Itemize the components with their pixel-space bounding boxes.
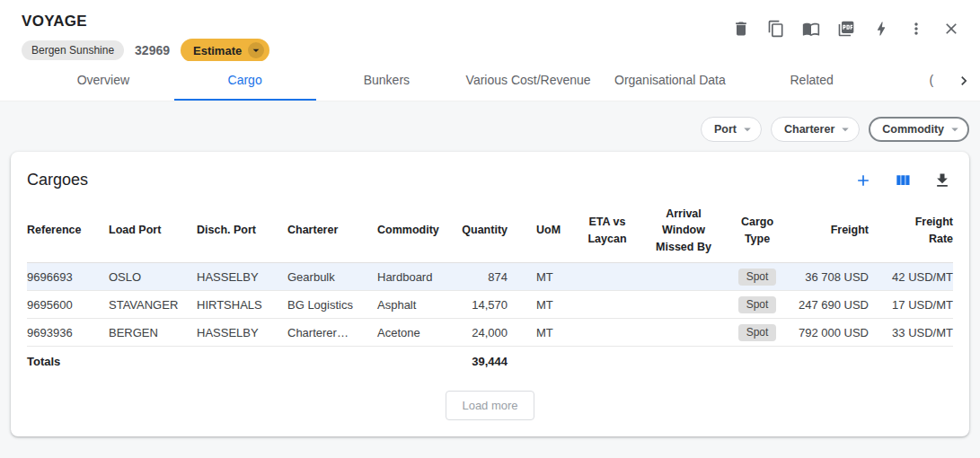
cell-cargo-type: Spot	[728, 296, 786, 313]
pdf-export-icon	[837, 20, 855, 38]
column-header-disch-port[interactable]: Disch. Port	[197, 222, 287, 238]
delete-button[interactable]	[729, 17, 752, 40]
voyage-number: 32969	[135, 43, 170, 57]
cell-charterer: Charterer…	[287, 326, 377, 339]
delete-icon	[732, 20, 750, 38]
cargo-type-badge: Spot	[738, 296, 777, 313]
cell-charterer: BG Logistics	[287, 298, 377, 312]
cell-freight: 36 708 USD	[786, 270, 869, 284]
cargo-type-badge: Spot	[738, 324, 777, 341]
cell-disch-port: HASSELBY	[197, 326, 287, 339]
filter-charterer[interactable]: Charterer	[771, 117, 860, 142]
topbar-actions	[729, 17, 962, 40]
voyage-header: VOYAGE Bergen Sunshine 32969 Estimate	[0, 0, 980, 61]
cell-commodity: Asphalt	[377, 298, 454, 312]
cargo-type-badge: Spot	[738, 269, 777, 286]
more-vertical-icon	[907, 20, 925, 38]
tab-related[interactable]: Related	[741, 61, 883, 101]
cell-quantity: 874	[454, 270, 508, 284]
table-row[interactable]: 9693936 BERGEN HASSELBY Charterer… Aceto…	[27, 319, 953, 347]
cell-reference: 9695600	[27, 298, 109, 312]
estimate-button[interactable]: Estimate	[181, 39, 269, 62]
estimate-label: Estimate	[193, 44, 242, 57]
cell-commodity: Hardboard	[377, 270, 454, 284]
cell-charterer: Gearbulk	[287, 270, 377, 284]
columns-icon	[894, 172, 912, 189]
caret-down-icon	[248, 42, 264, 58]
cell-reference: 9693936	[27, 326, 109, 339]
cell-freight-rate: 17 USD/MT	[869, 298, 953, 312]
cell-freight: 247 690 USD	[786, 298, 869, 312]
caret-down-icon	[947, 121, 963, 137]
caret-down-icon	[739, 121, 755, 137]
plus-icon	[854, 172, 872, 189]
download-icon	[933, 172, 951, 189]
add-cargo-button[interactable]	[852, 169, 874, 191]
totals-quantity: 39,444	[454, 355, 508, 368]
column-header-quantity[interactable]: Quantity	[454, 222, 508, 238]
cargoes-title: Cargoes	[27, 171, 88, 189]
column-header-freight[interactable]: Freight	[786, 222, 869, 238]
quick-actions-button[interactable]	[870, 17, 892, 40]
copy-icon	[767, 20, 785, 38]
cell-uom: MT	[508, 298, 576, 312]
cell-cargo-type: Spot	[728, 324, 786, 341]
column-header-arrival-window-missed-by[interactable]: Arrival Window Missed By	[639, 206, 728, 254]
tab-cargo[interactable]: Cargo	[174, 61, 316, 101]
ledger-button[interactable]	[799, 17, 822, 40]
cargoes-table: Reference Load Port Disch. Port Chartere…	[27, 198, 953, 376]
chevron-right-icon	[955, 72, 973, 90]
cell-commodity: Acetone	[377, 326, 454, 339]
column-header-eta-vs-laycan[interactable]: ETA vs Laycan	[576, 214, 639, 246]
filter-port[interactable]: Port	[701, 117, 762, 142]
cell-uom: MT	[508, 326, 576, 339]
cell-load-port: BERGEN	[109, 326, 197, 339]
filter-port-label: Port	[714, 123, 737, 136]
table-row[interactable]: 9695600 STAVANGER HIRTSHALS BG Logistics…	[27, 291, 953, 319]
cargoes-card: Cargoes Reference Load Port Disch. Port …	[11, 152, 969, 436]
filter-bar: Port Charterer Commodity	[11, 117, 969, 142]
column-header-charterer[interactable]: Charterer	[287, 222, 377, 238]
totals-label: Totals	[27, 355, 109, 368]
cell-disch-port: HIRTSHALS	[197, 298, 287, 312]
download-button[interactable]	[931, 169, 953, 191]
cell-uom: MT	[508, 270, 576, 284]
caret-down-icon	[837, 121, 853, 137]
cell-freight-rate: 42 USD/MT	[869, 270, 953, 284]
column-header-commodity[interactable]: Commodity	[377, 222, 454, 238]
tab-overview[interactable]: Overview	[32, 61, 174, 101]
column-header-uom[interactable]: UoM	[508, 222, 576, 238]
column-header-load-port[interactable]: Load Port	[109, 222, 197, 238]
cell-load-port: OSLO	[109, 270, 197, 284]
column-header-reference[interactable]: Reference	[27, 222, 109, 238]
cell-load-port: STAVANGER	[109, 298, 197, 312]
cell-reference: 9696693	[27, 270, 109, 284]
tab-bar: Overview Cargo Bunkers Various Cost/Reve…	[0, 61, 980, 101]
table-header-row: Reference Load Port Disch. Port Chartere…	[27, 198, 953, 263]
tabs-scroll-right-button[interactable]	[951, 61, 976, 100]
cell-freight: 792 000 USD	[786, 326, 869, 339]
vessel-chip: Bergen Sunshine	[22, 40, 124, 60]
load-more-button[interactable]: Load more	[446, 391, 534, 420]
filter-commodity[interactable]: Commodity	[869, 117, 969, 142]
cell-disch-port: HASSELBY	[197, 270, 287, 284]
cargo-tab-content: Port Charterer Commodity Cargoes	[0, 101, 980, 436]
tab-various-cost-revenue[interactable]: Various Cost/Revenue	[457, 61, 599, 101]
close-icon	[942, 20, 960, 38]
filter-charterer-label: Charterer	[784, 123, 834, 136]
column-header-cargo-type[interactable]: Cargo Type	[728, 214, 786, 246]
cell-cargo-type: Spot	[728, 269, 786, 286]
columns-button[interactable]	[891, 169, 914, 191]
ledger-icon	[802, 20, 820, 38]
copy-button[interactable]	[764, 17, 787, 40]
column-header-freight-rate[interactable]: Freight Rate	[869, 214, 953, 246]
pdf-export-button[interactable]	[834, 17, 857, 40]
filter-commodity-label: Commodity	[882, 123, 944, 136]
bolt-icon	[872, 20, 890, 38]
table-row[interactable]: 9696693 OSLO HASSELBY Gearbulk Hardboard…	[27, 263, 953, 291]
tab-organisational-data[interactable]: Organisational Data	[599, 61, 741, 101]
tab-bunkers[interactable]: Bunkers	[316, 61, 458, 101]
cell-quantity: 24,000	[454, 326, 508, 339]
more-options-button[interactable]	[905, 17, 927, 40]
close-button[interactable]	[940, 17, 962, 40]
